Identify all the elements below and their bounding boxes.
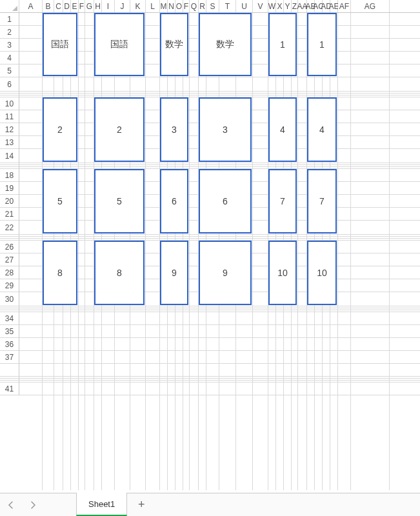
- row-header-cell[interactable]: 13: [0, 136, 19, 149]
- col-header-cell[interactable]: AF: [338, 0, 351, 12]
- merged-cell[interactable]: 1: [307, 13, 337, 76]
- row-header-cell[interactable]: 5: [0, 64, 19, 77]
- row-header-cell[interactable]: 6: [0, 77, 19, 92]
- merged-cell[interactable]: 4: [307, 97, 337, 162]
- column-header[interactable]: ABCDEFGHIJKLMNOFQRSTUVWXYZAAABACADAEAFAG: [0, 0, 420, 13]
- row-header-cell[interactable]: 29: [0, 279, 19, 292]
- merged-cell[interactable]: 8: [94, 241, 145, 305]
- row-header-cell[interactable]: 41: [0, 382, 19, 395]
- row-header-cell[interactable]: 34: [0, 312, 19, 325]
- merged-cell[interactable]: 4: [268, 97, 297, 162]
- col-header-cell[interactable]: H: [94, 0, 102, 12]
- col-header-cell[interactable]: AG: [351, 0, 390, 12]
- col-header-cell[interactable]: D: [63, 0, 71, 12]
- col-header-cell[interactable]: W: [268, 0, 276, 12]
- merged-cell[interactable]: 8: [43, 241, 77, 305]
- col-header-cell[interactable]: N: [168, 0, 175, 12]
- col-header-cell[interactable]: A: [19, 0, 43, 12]
- row-header-cell[interactable]: 14: [0, 149, 19, 163]
- sheet-tab-bar: Sheet1 +: [0, 493, 420, 516]
- merged-cell[interactable]: 2: [43, 97, 77, 162]
- merged-cell[interactable]: 6: [199, 169, 252, 233]
- row-header-cell[interactable]: 30: [0, 292, 19, 306]
- col-header-cell[interactable]: F: [79, 0, 85, 12]
- merged-cell[interactable]: 9: [199, 241, 252, 305]
- merged-cell[interactable]: 10: [268, 241, 297, 305]
- merged-cell[interactable]: 5: [94, 169, 145, 233]
- col-header-cell[interactable]: X: [276, 0, 284, 12]
- tab-nav-next[interactable]: [22, 493, 44, 516]
- row-header-cell[interactable]: 18: [0, 169, 19, 182]
- col-header-cell[interactable]: F: [183, 0, 190, 12]
- merged-cell[interactable]: 10: [307, 241, 337, 305]
- cells-area[interactable]: 国語国語数学数学1122334455667788991010: [19, 13, 420, 490]
- merged-cell[interactable]: 3: [199, 97, 252, 162]
- chevron-left-icon: [8, 501, 14, 509]
- merged-cell[interactable]: 国語: [43, 13, 77, 76]
- row-header-cell[interactable]: 11: [0, 110, 19, 123]
- col-header-cell[interactable]: O: [175, 0, 183, 12]
- row-header-cell[interactable]: 3: [0, 39, 19, 52]
- merged-cell[interactable]: 6: [160, 169, 188, 233]
- col-header-cell[interactable]: R: [199, 0, 206, 12]
- col-header-cell[interactable]: U: [236, 0, 253, 12]
- merged-cell[interactable]: 2: [94, 97, 145, 162]
- col-header-cell[interactable]: K: [130, 0, 146, 12]
- col-header-cell[interactable]: J: [115, 0, 130, 12]
- row-header-cell[interactable]: 36: [0, 338, 19, 351]
- merged-cell[interactable]: 7: [307, 169, 337, 233]
- row-header-cell[interactable]: 22: [0, 221, 19, 235]
- merged-cell[interactable]: 国語: [94, 13, 145, 76]
- col-header-cell[interactable]: B: [43, 0, 54, 12]
- col-header-cell[interactable]: C: [54, 0, 63, 12]
- merged-cell[interactable]: 数学: [160, 13, 188, 76]
- merged-cell[interactable]: 9: [160, 241, 188, 305]
- col-header-cell[interactable]: G: [85, 0, 94, 12]
- select-all-corner[interactable]: [0, 0, 19, 12]
- col-header-cell[interactable]: AE: [330, 0, 338, 12]
- row-header-cell[interactable]: 2: [0, 26, 19, 39]
- col-header-cell[interactable]: T: [219, 0, 236, 12]
- merged-cell[interactable]: 1: [268, 13, 297, 76]
- spreadsheet-grid[interactable]: 1234561011121314181920212226272829303435…: [0, 13, 420, 490]
- sheet-tab-active[interactable]: Sheet1: [76, 493, 127, 516]
- row-header-cell[interactable]: 19: [0, 182, 19, 195]
- merged-cell[interactable]: 3: [160, 97, 188, 162]
- row-header-cell[interactable]: [0, 364, 19, 377]
- tab-nav-prev[interactable]: [0, 493, 22, 516]
- row-header[interactable]: 1234561011121314181920212226272829303435…: [0, 13, 19, 395]
- row-header-cell[interactable]: 27: [0, 253, 19, 266]
- row-header-cell[interactable]: 12: [0, 123, 19, 136]
- row-header-cell[interactable]: 10: [0, 97, 19, 110]
- col-header-cell[interactable]: L: [146, 0, 160, 12]
- row-header-cell[interactable]: 28: [0, 266, 19, 279]
- row-header-cell[interactable]: 26: [0, 241, 19, 253]
- col-header-cell[interactable]: I: [102, 0, 115, 12]
- row-header-cell[interactable]: 4: [0, 52, 19, 64]
- row-header-cell[interactable]: 21: [0, 208, 19, 221]
- col-header-cell[interactable]: Q: [190, 0, 199, 12]
- row-header-cell[interactable]: 20: [0, 195, 19, 208]
- row-header-cell[interactable]: 1: [0, 13, 19, 26]
- col-header-cell[interactable]: E: [71, 0, 79, 12]
- add-sheet-button[interactable]: +: [127, 493, 155, 516]
- merged-cell[interactable]: 数学: [199, 13, 252, 76]
- chevron-right-icon: [30, 501, 36, 509]
- row-header-cell[interactable]: 37: [0, 351, 19, 364]
- col-header-cell[interactable]: Y: [284, 0, 292, 12]
- merged-cell[interactable]: 5: [43, 169, 77, 233]
- row-header-cell[interactable]: 35: [0, 325, 19, 338]
- merged-cell[interactable]: 7: [268, 169, 297, 233]
- col-header-cell[interactable]: S: [206, 0, 219, 12]
- col-header-cell[interactable]: V: [253, 0, 268, 12]
- col-header-cell[interactable]: M: [160, 0, 168, 12]
